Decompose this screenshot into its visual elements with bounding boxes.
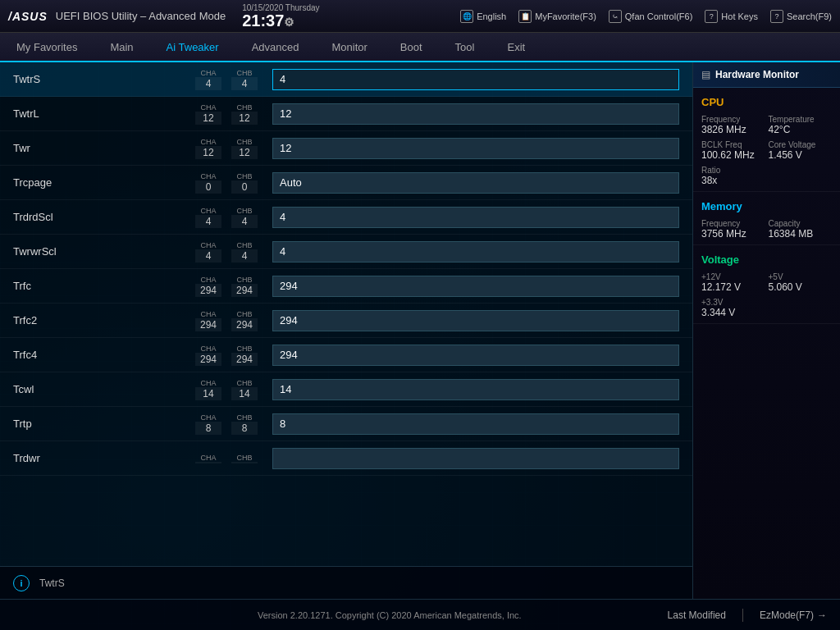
cpu-frequency: Frequency 3826 MHz <box>701 115 765 135</box>
chb-value: 4 <box>231 77 258 90</box>
memory-metrics: Frequency 3756 MHz Capacity 16384 MB <box>701 219 832 240</box>
last-modified-button[interactable]: Last Modified <box>668 609 726 621</box>
setting-value[interactable] <box>272 448 679 469</box>
cha-box: CHA14 <box>194 379 223 400</box>
chb-label: CHB <box>236 207 252 215</box>
chb-box: CHB4 <box>230 207 259 228</box>
cpu-ratio: Ratio 38x <box>701 166 832 186</box>
sidebar-item-boot[interactable]: Boot <box>384 33 439 61</box>
setting-value[interactable]: 4 <box>272 207 679 228</box>
channel-values: CHA12CHB12 <box>194 103 259 125</box>
footer: Version 2.20.1271. Copyright (C) 2020 Am… <box>0 599 840 630</box>
chb-label: CHB <box>236 379 252 387</box>
cha-label: CHA <box>200 103 216 112</box>
sidebar-item-tool[interactable]: Tool <box>439 33 491 61</box>
cha-label: CHA <box>200 172 216 180</box>
setting-value[interactable]: 294 <box>272 276 679 297</box>
table-row[interactable]: TrdwrCHACHB <box>0 441 692 476</box>
hw-voltage-section: Voltage +12V 12.172 V +5V 5.060 V +3.3V … <box>693 245 840 324</box>
setting-value[interactable]: 294 <box>272 310 679 331</box>
qfan-button[interactable]: ⤿ Qfan Control(F6) <box>609 10 693 23</box>
cha-label: CHA <box>200 138 216 146</box>
chb-label: CHB <box>236 138 252 146</box>
myfav-label: MyFavorite(F3) <box>535 11 596 21</box>
chb-box: CHB294 <box>230 345 259 366</box>
channel-values: CHA12CHB12 <box>194 138 259 159</box>
cha-value: 294 <box>195 353 221 366</box>
mem-cap-label: Capacity <box>769 219 833 228</box>
table-row[interactable]: TcwlCHA14CHB1414 <box>0 372 692 407</box>
hotkeys-button[interactable]: ? Hot Keys <box>705 10 758 23</box>
setting-value[interactable]: 12 <box>272 103 679 125</box>
chb-value: 8 <box>231 422 258 435</box>
ez-mode-button[interactable]: EzMode(F7) → <box>760 609 827 621</box>
table-row[interactable]: TwrwrSclCHA4CHB44 <box>0 235 692 269</box>
setting-name: Tcwl <box>13 383 194 395</box>
sidebar-item-exit[interactable]: Exit <box>491 33 541 61</box>
cpu-freq-value: 3826 MHz <box>701 124 765 135</box>
channel-values: CHA294CHB294 <box>194 276 259 297</box>
cha-box: CHA294 <box>194 310 223 331</box>
info-icon: i <box>13 575 30 591</box>
chb-value <box>231 462 258 463</box>
table-row[interactable]: Trfc4CHA294CHB294294 <box>0 338 692 372</box>
setting-value[interactable]: 8 <box>272 413 679 435</box>
setting-value[interactable]: 294 <box>272 345 679 366</box>
setting-name: Trfc4 <box>13 349 194 361</box>
cha-value <box>195 462 221 463</box>
channel-values: CHA4CHB4 <box>194 207 259 228</box>
setting-value[interactable]: 4 <box>272 241 679 262</box>
cha-box: CHA294 <box>194 276 223 297</box>
ratio-value: 38x <box>701 175 832 186</box>
cha-value: 4 <box>195 77 221 90</box>
english-button[interactable]: 🌐 my-favorites English <box>460 10 506 23</box>
english-label: English <box>477 11 506 21</box>
hw-monitor-header: ▤ Hardware Monitor <box>693 62 840 88</box>
setting-value[interactable]: 12 <box>272 138 679 159</box>
myfavorite-button[interactable]: 📋 MyFavorite(F3) <box>518 10 596 23</box>
header-info: 10/15/2020 Thursday 21:37⚙ 🌐 my-favorite… <box>242 3 832 29</box>
cha-box: CHA294 <box>194 345 223 366</box>
sidebar-item-monitor[interactable]: Monitor <box>316 33 384 61</box>
sidebar-item-advanced[interactable]: Advanced <box>235 33 316 61</box>
header-buttons: 🌐 my-favorites English 📋 MyFavorite(F3) … <box>460 10 832 23</box>
hw-monitor-panel: ▤ Hardware Monitor CPU Frequency 3826 MH… <box>692 62 840 599</box>
chb-box: CHB294 <box>230 310 259 331</box>
setting-value[interactable]: 4 <box>272 69 679 90</box>
chb-box: CHB4 <box>230 241 259 262</box>
main-area: TwtrSCHA4CHB44TwtrLCHA12CHB1212TwrCHA12C… <box>0 62 840 599</box>
hw-memory-section: Memory Frequency 3756 MHz Capacity 16384… <box>693 192 840 245</box>
cha-label: CHA <box>200 69 216 77</box>
table-row[interactable]: TrfcCHA294CHB294294 <box>0 269 692 304</box>
sidebar-item-ai-tweaker[interactable]: Ai Tweaker <box>150 33 235 62</box>
setting-value[interactable]: 14 <box>272 379 679 400</box>
table-row[interactable]: TwtrLCHA12CHB1212 <box>0 97 692 131</box>
setting-name: Trdwr <box>13 452 194 464</box>
search-label: Search(F9) <box>787 11 832 21</box>
search-button[interactable]: ? Search(F9) <box>770 10 832 23</box>
v33-label: +3.3V <box>701 298 765 307</box>
table-row[interactable]: TrcpageCHA0CHB0Auto <box>0 166 692 200</box>
setting-name: Trfc2 <box>13 314 194 326</box>
cha-label: CHA <box>200 310 216 318</box>
setting-value[interactable]: Auto <box>272 172 679 194</box>
setting-name: TwrwrScl <box>13 245 194 258</box>
v5-value: 5.060 V <box>769 281 833 293</box>
sidebar-item-my-favorites[interactable]: My Favorites <box>0 33 94 61</box>
mem-freq-value: 3756 MHz <box>701 228 765 240</box>
sidebar-item-main[interactable]: Main <box>94 33 149 61</box>
cha-label: CHA <box>200 276 216 284</box>
table-row[interactable]: TrdrdSclCHA4CHB44 <box>0 200 692 235</box>
table-row[interactable]: TrtpCHA8CHB88 <box>0 407 692 441</box>
cpu-metrics: Frequency 3826 MHz Temperature 42°C BCLK… <box>701 115 832 161</box>
table-row[interactable]: TwtrSCHA4CHB44 <box>0 62 692 97</box>
cha-label: CHA <box>200 241 216 249</box>
cha-value: 0 <box>195 180 221 194</box>
table-row[interactable]: Trfc2CHA294CHB294294 <box>0 304 692 338</box>
info-text: TwtrS <box>39 578 65 589</box>
navbar: My Favorites Main Ai Tweaker Advanced Mo… <box>0 33 840 62</box>
chb-value: 14 <box>231 387 258 400</box>
setting-name: TwtrS <box>13 73 194 85</box>
chb-label: CHB <box>236 69 252 77</box>
table-row[interactable]: TwrCHA12CHB1212 <box>0 131 692 166</box>
